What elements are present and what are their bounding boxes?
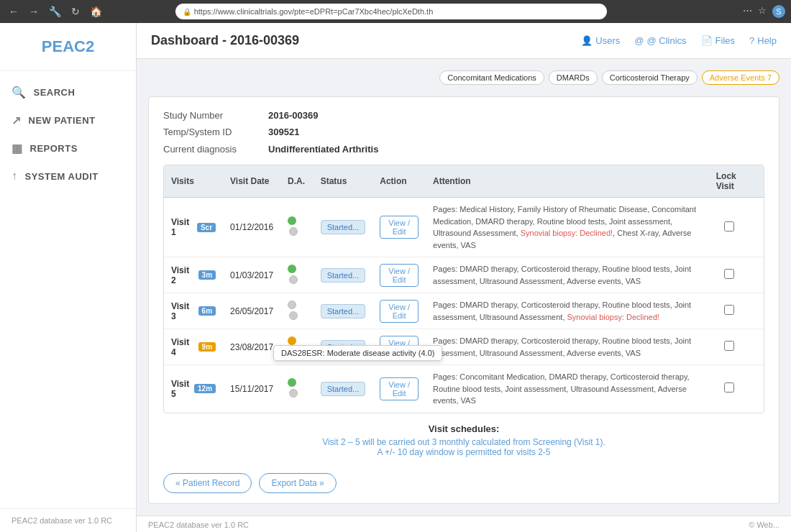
- visit-4-name: Visit 4 9m: [164, 329, 223, 365]
- address-bar[interactable]: 🔒 https://www.clinicaltrials.gov/pte=eDP…: [175, 4, 607, 19]
- forward-button[interactable]: →: [26, 4, 42, 19]
- col-action: Action: [372, 165, 426, 198]
- visit-1-lock: [709, 198, 749, 257]
- visit-5-date: 15/11/2017: [223, 365, 280, 413]
- schedules-note2: A +/- 10 day window is permitted for vis…: [163, 447, 764, 457]
- star-icon[interactable]: ☆: [758, 5, 767, 18]
- system-audit-icon: ↑: [12, 170, 18, 183]
- visit-2-action[interactable]: View / Edit: [372, 257, 426, 293]
- visit-1-attention-link[interactable]: Synovial biopsy: Declined!: [521, 229, 613, 237]
- visit-1-lock-checkbox[interactable]: [724, 221, 734, 231]
- sidebar-item-search[interactable]: 🔍 SEARCH: [0, 78, 136, 106]
- nav-clinics[interactable]: @ @ Clinics: [634, 35, 686, 46]
- schedules-section: Visit schedules: Visit 2 – 5 will be car…: [163, 413, 764, 463]
- sidebar-item-new-patient[interactable]: ↗ NEW PATIENT: [0, 106, 136, 134]
- new-patient-icon: ↗: [12, 114, 22, 127]
- reports-icon: ▦: [12, 142, 23, 155]
- page-title: Dashboard - 2016-00369: [151, 33, 299, 48]
- nav-clinics-label: @ Clinics: [646, 35, 686, 46]
- back-button[interactable]: ←: [6, 4, 22, 19]
- export-data-button[interactable]: Export Data »: [259, 473, 336, 493]
- visit-2-dot2: [289, 275, 298, 284]
- sidebar-logo: PEAC2: [0, 30, 136, 71]
- visit-5-lock: [709, 365, 749, 413]
- visit-1-status: Started...: [314, 198, 373, 257]
- visits-table-wrapper: Visits Visit Date D.A. Status Action Att…: [163, 165, 764, 413]
- col-extra: [749, 165, 764, 198]
- visit-2-date: 01/03/2017: [223, 257, 280, 293]
- clinics-icon: @: [634, 35, 644, 46]
- sidebar: PEAC2 🔍 SEARCH ↗ NEW PATIENT ▦ REPORTS ↑…: [0, 23, 137, 532]
- col-visit-date: Visit Date: [223, 165, 280, 198]
- nav-users[interactable]: 👤 Users: [581, 35, 620, 46]
- help-icon: ?: [749, 35, 754, 46]
- tools-button[interactable]: 🔧: [46, 4, 64, 19]
- visit-5-action-btn[interactable]: View / Edit: [380, 377, 419, 400]
- user-avatar[interactable]: S: [772, 5, 785, 18]
- browser-right-icons: ⋯ ☆ S: [743, 5, 785, 18]
- visit-2-dot1: [288, 265, 296, 273]
- visit-5-action[interactable]: View / Edit: [372, 365, 426, 413]
- visit-3-status: Started...: [314, 293, 373, 329]
- visit-2-da: [280, 257, 314, 293]
- visit-3-attention-link[interactable]: Synovial biopsy: Declined!: [567, 313, 659, 321]
- visit-5-attention: Pages: Concomitant Medication, DMARD the…: [426, 365, 709, 413]
- study-number-row: Study Number 2016-00369: [163, 107, 764, 124]
- visit-4-attention-text: Pages: DMARD therapy, Corticosteroid the…: [433, 336, 691, 357]
- visit-2-lock-checkbox[interactable]: [724, 269, 734, 279]
- tag-adverse[interactable]: Adverse Events 7: [702, 70, 779, 85]
- visit-3-da: [280, 293, 314, 329]
- tag-concomitant[interactable]: Concomitant Medications: [439, 70, 544, 85]
- visit-4-lock-checkbox[interactable]: [724, 341, 734, 351]
- temp-system-id-row: Temp/System ID 309521: [163, 124, 764, 140]
- visit-1-attention: Pages: Medical History, Family History o…: [426, 198, 709, 257]
- visit-3-action[interactable]: View / Edit: [372, 293, 426, 329]
- visit-4-tooltip: DAS28ESR: Moderate disease activity (4.0…: [273, 345, 442, 361]
- header-nav: 👤 Users @ @ Clinics 📄 Files ? Help: [581, 35, 777, 46]
- visit-3-dot2: [289, 311, 298, 320]
- visit-3-label: Visit 3: [171, 301, 196, 321]
- visit-5-lock-checkbox[interactable]: [724, 382, 734, 393]
- files-icon: 📄: [701, 35, 713, 46]
- nav-help[interactable]: ? Help: [749, 35, 777, 46]
- visit-3-lock-checkbox[interactable]: [724, 305, 734, 315]
- sidebar-item-reports[interactable]: ▦ REPORTS: [0, 134, 136, 162]
- patient-record-button[interactable]: « Patient Record: [163, 473, 252, 493]
- nav-files[interactable]: 📄 Files: [701, 35, 735, 46]
- visit-5-dot1: [288, 378, 296, 387]
- temp-system-id-value: 309521: [268, 124, 299, 140]
- visit-1-extra: [749, 198, 764, 257]
- nav-users-label: Users: [595, 35, 620, 46]
- visit-3-attention: Pages: DMARD therapy, Corticosteroid the…: [426, 293, 709, 329]
- visit-1-action[interactable]: View / Edit: [372, 198, 426, 257]
- search-icon: 🔍: [12, 86, 27, 99]
- home-button[interactable]: 🏠: [87, 4, 105, 19]
- tag-dmards[interactable]: DMARDs: [549, 70, 598, 85]
- nav-files-label: Files: [715, 35, 735, 46]
- sidebar-item-system-audit[interactable]: ↑ SYSTEM AUDIT: [0, 162, 136, 190]
- nav-help-label: Help: [757, 35, 777, 46]
- visit-5-status: Started...: [314, 365, 373, 413]
- visit-2-name: Visit 2 3m: [164, 257, 223, 293]
- table-row: Visit 1 Scr 01/12/2016: [164, 198, 764, 257]
- tag-corticosteroid[interactable]: Corticosteroid Therapy: [602, 70, 698, 85]
- bookmark-icon[interactable]: ⋯: [743, 5, 752, 18]
- visit-4-dot1[interactable]: [288, 336, 296, 345]
- visit-2-attention: Pages: DMARD therapy, Corticosteroid the…: [426, 257, 709, 293]
- refresh-button[interactable]: ↻: [68, 4, 83, 19]
- study-info-rows: Study Number 2016-00369 Temp/System ID 3…: [163, 107, 764, 157]
- lock-icon: 🔒: [183, 8, 191, 16]
- table-row: Visit 4 9m 23/08/2017 DAS28ESR: Moderate…: [164, 329, 764, 365]
- study-number-label: Study Number: [163, 107, 257, 124]
- visit-1-name: Visit 1 Scr: [164, 198, 223, 257]
- sidebar-item-system-audit-label: SYSTEM AUDIT: [25, 171, 99, 182]
- visit-2-action-btn[interactable]: View / Edit: [380, 264, 419, 287]
- tag-pills: Concomitant Medications DMARDs Corticost…: [148, 70, 779, 85]
- browser-chrome: ← → 🔧 ↻ 🏠 🔒 https://www.clinicaltrials.g…: [0, 0, 791, 23]
- dashboard-area: Concomitant Medications DMARDs Corticost…: [137, 59, 791, 515]
- visit-4-date: 23/08/2017: [223, 329, 280, 365]
- visit-1-action-btn[interactable]: View / Edit: [380, 216, 419, 239]
- visit-3-status-btn: Started...: [321, 304, 366, 318]
- main-content: Dashboard - 2016-00369 👤 Users @ @ Clini…: [137, 23, 791, 532]
- visit-3-action-btn[interactable]: View / Edit: [380, 300, 419, 323]
